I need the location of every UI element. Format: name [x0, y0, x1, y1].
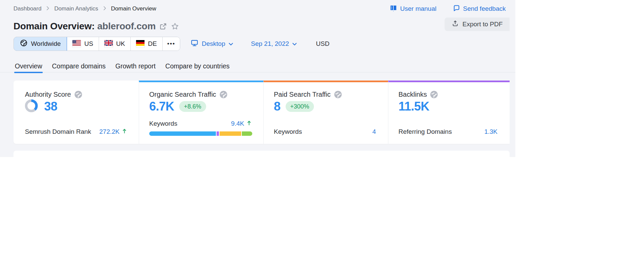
paid-traffic-metric: 8 +300% [274, 100, 314, 113]
backlinks-metric: 11.5K [398, 100, 429, 113]
keywords-value[interactable]: 9.4K [231, 120, 251, 127]
breadcrumb-domain-overview: Domain Overview [111, 5, 156, 12]
card-title: Backlinks [398, 90, 438, 99]
referring-domains-row: Referring Domains 1.3K [398, 128, 497, 136]
segment-de[interactable]: DE [131, 37, 162, 51]
page-title-domain: ableroof.com [97, 21, 156, 31]
globe-badge-icon[interactable] [219, 90, 228, 99]
user-manual-label: User manual [400, 5, 437, 12]
referring-domains-number: 1.3K [484, 128, 497, 135]
send-feedback-label: Send feedback [463, 5, 506, 12]
globe-badge-icon[interactable] [430, 90, 438, 99]
segment-uk-label: UK [116, 40, 125, 48]
page-title: Domain Overview: ableroof.com [13, 21, 156, 32]
upload-icon [452, 20, 459, 29]
chevron-right-icon [103, 5, 107, 12]
referring-domains-value[interactable]: 1.3K [484, 128, 497, 135]
tab-compare-domains[interactable]: Compare domains [51, 62, 106, 73]
external-link-icon[interactable] [159, 23, 167, 30]
export-to-pdf-label: Export to PDF [462, 21, 503, 28]
user-manual-link[interactable]: User manual [390, 4, 437, 13]
bar-segment [242, 131, 252, 136]
page-title-prefix: Domain Overview: [13, 21, 95, 31]
breadcrumb-dashboard[interactable]: Dashboard [13, 5, 41, 12]
organic-traffic-metric: 6.7K +8.6% [149, 100, 206, 113]
keywords-label: Keywords [274, 128, 302, 135]
paid-keywords-value[interactable]: 4 [372, 128, 376, 135]
uk-flag-icon [104, 40, 113, 48]
keywords-number: 9.4K [231, 120, 244, 127]
globe-badge-icon[interactable] [334, 90, 342, 99]
keywords-number: 4 [372, 128, 376, 135]
page-background: Dashboard Domain Analytics Domain Overvi… [0, 0, 515, 157]
organic-search-traffic-card: Organic Search Traffic 6.7K +8.6% Keywor… [139, 81, 263, 144]
screenshot-canvas: Dashboard Domain Analytics Domain Overvi… [0, 0, 644, 277]
card-title: Authority Score [25, 90, 83, 99]
paid-traffic-title: Paid Search Traffic [274, 91, 331, 98]
backlinks-title: Backlinks [398, 91, 427, 98]
date-dropdown-label: Sep 21, 2022 [251, 40, 289, 48]
backlinks-card: Backlinks 11.5K Referring Domains 1.3K [388, 81, 510, 144]
paid-traffic-value[interactable]: 8 [274, 100, 281, 113]
chevron-down-icon [229, 40, 233, 48]
tab-growth-report[interactable]: Growth report [115, 62, 156, 73]
next-section-panel [13, 151, 510, 157]
referring-domains-label: Referring Domains [398, 128, 452, 135]
semrush-domain-rank-value[interactable]: 272.2K [99, 128, 127, 135]
organic-traffic-value[interactable]: 6.7K [149, 100, 174, 113]
paid-keywords-row: Keywords 4 [274, 128, 376, 136]
currency-label: USD [316, 37, 329, 51]
breadcrumb: Dashboard Domain Analytics Domain Overvi… [13, 5, 156, 13]
segment-us-label: US [84, 40, 93, 48]
de-flag-icon [136, 40, 144, 48]
filter-row: Worldwide US UK DE ••• [0, 37, 510, 51]
backlinks-value[interactable]: 11.5K [398, 100, 429, 113]
device-dropdown-label: Desktop [202, 40, 225, 48]
metric-cards-row: Authority Score 38 Semrush Domain Rank 2… [13, 81, 510, 144]
globe-icon [20, 39, 28, 49]
title-row: Domain Overview: ableroof.com [13, 20, 179, 33]
breadcrumb-domain-analytics[interactable]: Domain Analytics [54, 5, 98, 12]
header-links: User manual Send feedback [390, 4, 506, 13]
globe-badge-icon[interactable] [74, 90, 83, 99]
authority-score-donut [25, 99, 38, 114]
organic-keywords-row: Keywords 9.4K [149, 120, 251, 128]
rank-number: 272.2K [99, 128, 120, 135]
tab-overview[interactable]: Overview [14, 62, 43, 73]
segment-us[interactable]: US [67, 37, 99, 51]
chevron-right-icon [46, 5, 50, 12]
feedback-bubble-icon [453, 4, 460, 13]
authority-score-value: 38 [44, 100, 57, 113]
segment-uk[interactable]: UK [99, 37, 131, 51]
organic-traffic-title: Organic Search Traffic [149, 91, 216, 98]
tab-compare-by-countries[interactable]: Compare by countries [165, 62, 230, 73]
segment-worldwide[interactable]: Worldwide [13, 37, 67, 51]
export-to-pdf-button[interactable]: Export to PDF [445, 18, 510, 31]
authority-footer-row: Semrush Domain Rank 272.2K [25, 128, 127, 136]
card-title: Organic Search Traffic [149, 90, 228, 99]
authority-score-card: Authority Score 38 Semrush Domain Rank 2… [13, 81, 139, 144]
bar-segment [220, 131, 242, 136]
organic-change-badge: +8.6% [179, 101, 206, 112]
keywords-label: Keywords [149, 120, 177, 127]
bar-segment [217, 131, 219, 136]
paid-search-traffic-card: Paid Search Traffic 8 +300% Keywords 4 [263, 81, 388, 144]
date-dropdown[interactable]: Sep 21, 2022 [251, 37, 297, 51]
device-dropdown[interactable]: Desktop [191, 37, 233, 51]
trend-up-icon [122, 128, 127, 135]
favorite-star-icon[interactable] [171, 22, 179, 31]
send-feedback-link[interactable]: Send feedback [453, 4, 506, 13]
us-flag-icon [72, 40, 81, 48]
paid-change-badge: +300% [286, 101, 314, 112]
keywords-position-bar[interactable] [149, 131, 252, 136]
authority-score-metric: 38 [25, 100, 57, 113]
card-title: Paid Search Traffic [274, 90, 342, 99]
book-icon [390, 4, 397, 13]
segment-more-locations[interactable]: ••• [163, 37, 180, 51]
tabs: Overview Compare domains Growth report C… [14, 62, 230, 73]
segment-de-label: DE [148, 40, 157, 48]
segment-worldwide-label: Worldwide [31, 40, 61, 48]
currency-value: USD [316, 40, 329, 48]
content-viewport: Dashboard Domain Analytics Domain Overvi… [0, 0, 510, 157]
trend-up-icon [247, 120, 251, 127]
